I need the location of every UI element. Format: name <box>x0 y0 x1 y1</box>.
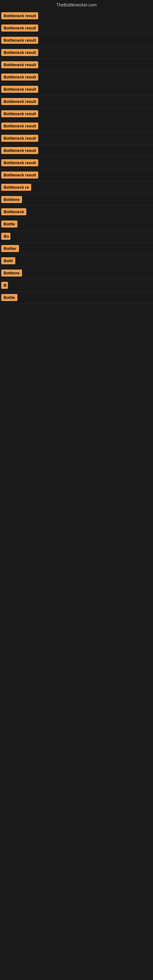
badge-row: Bottleneck result <box>0 157 153 169</box>
badge-row: Bottleneck result <box>0 10 153 22</box>
badge-row: Bottlene <box>0 267 153 279</box>
bottleneck-badge[interactable]: Bottleneck result <box>1 12 38 19</box>
bottleneck-badge[interactable]: B <box>1 282 8 289</box>
badge-row: Bottleneck result <box>0 95 153 108</box>
badge-row: Bottleneck result <box>0 108 153 120</box>
bottleneck-badge[interactable]: Bottleneck <box>1 208 26 215</box>
bottleneck-badge[interactable]: Bottleneck result <box>1 73 38 81</box>
badge-row: Bottleneck result <box>0 71 153 83</box>
bottleneck-badge[interactable]: Bottlene <box>1 196 22 203</box>
bottleneck-badge[interactable]: Bottleneck result <box>1 123 38 130</box>
badge-row: Bottleneck result <box>0 120 153 132</box>
bottleneck-badge[interactable]: Bottleneck result <box>1 98 38 105</box>
bottleneck-badge[interactable]: Bottleneck result <box>1 135 38 142</box>
badge-row: Bottle <box>0 218 153 230</box>
bottleneck-badge[interactable]: Bottlene <box>1 269 22 277</box>
badge-row: Bottle <box>0 291 153 304</box>
bottleneck-badge[interactable]: Bottl <box>1 257 15 264</box>
bottleneck-badge[interactable]: Bottleneck result <box>1 86 38 93</box>
badge-row: Bottleneck result <box>0 59 153 71</box>
bottleneck-badge[interactable]: Bottle <box>1 294 18 301</box>
bottleneck-badge[interactable]: Bottleneck result <box>1 172 38 178</box>
site-title: TheBottlenecker.com <box>0 0 153 10</box>
bottleneck-badge[interactable]: Bottle <box>1 221 18 228</box>
badge-row: Bottleneck <box>0 206 153 218</box>
badge-row: Bottleneck re <box>0 181 153 194</box>
badge-row: Bottleneck result <box>0 34 153 46</box>
badge-row: Bottl <box>0 255 153 267</box>
bottleneck-badge[interactable]: Bottleneck result <box>1 49 38 56</box>
badge-row: B <box>0 279 153 291</box>
site-header: TheBottlenecker.com <box>0 0 153 10</box>
badge-row: Bottleneck result <box>0 46 153 59</box>
badge-row: Bottleneck result <box>0 132 153 145</box>
bottleneck-badge[interactable]: Bottleneck result <box>1 159 38 166</box>
bottleneck-badge[interactable]: Bottleneck result <box>1 37 38 44</box>
badge-list: Bottleneck resultBottleneck resultBottle… <box>0 10 153 304</box>
bottleneck-badge[interactable]: Bottleneck result <box>1 61 38 68</box>
badge-row: Bottleneck result <box>0 83 153 95</box>
badge-row: Bottler <box>0 243 153 255</box>
bottleneck-badge[interactable]: Bottleneck result <box>1 147 38 154</box>
badge-row: Bottleneck result <box>0 22 153 34</box>
bottleneck-badge[interactable]: Bottleneck re <box>1 184 31 191</box>
bottleneck-badge[interactable]: Bo <box>1 233 10 240</box>
bottleneck-badge[interactable]: Bottleneck result <box>1 24 38 32</box>
badge-row: Bottleneck result <box>0 169 153 181</box>
badge-row: Bottlene <box>0 194 153 206</box>
bottleneck-badge[interactable]: Bottler <box>1 245 19 252</box>
badge-row: Bo <box>0 230 153 243</box>
badge-row: Bottleneck result <box>0 145 153 157</box>
bottleneck-badge[interactable]: Bottleneck result <box>1 110 38 117</box>
